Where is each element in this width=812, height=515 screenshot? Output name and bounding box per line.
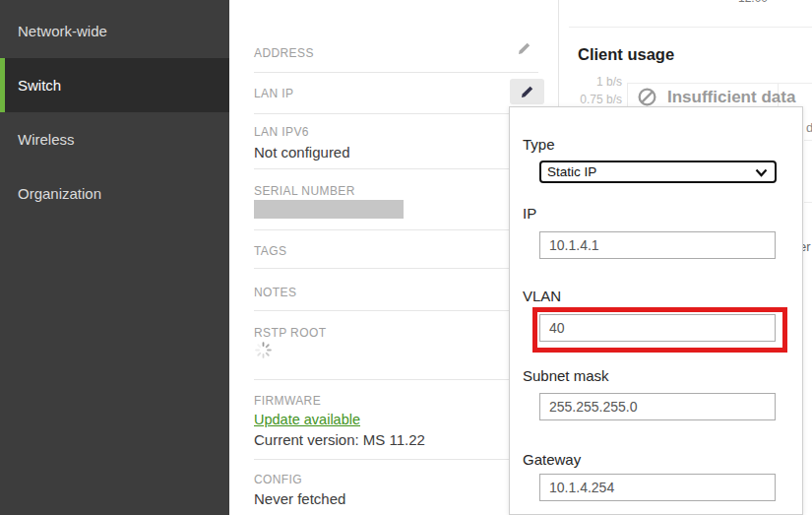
row-divider bbox=[804, 202, 812, 203]
row-divider bbox=[254, 168, 538, 169]
field-label-address: ADDRESS bbox=[254, 46, 314, 60]
sidebar-item-label: Network-wide bbox=[18, 23, 107, 39]
row-divider bbox=[254, 459, 538, 460]
update-available-link[interactable]: Update available bbox=[254, 412, 360, 427]
gateway-input[interactable] bbox=[539, 474, 776, 501]
client-usage-title: Client usage bbox=[578, 45, 674, 64]
config-value: Never fetched bbox=[254, 490, 345, 507]
field-label-tags: TAGS bbox=[254, 244, 286, 258]
edit-lan-ip-button[interactable] bbox=[510, 79, 544, 104]
field-label-firmware: FIRMWARE bbox=[254, 394, 321, 408]
row-divider bbox=[254, 113, 538, 114]
sidebar-item-switch[interactable]: Switch bbox=[0, 58, 229, 112]
meraki-switch-details-page: Network-wide Switch Wireless Organizatio… bbox=[0, 0, 812, 515]
vlan-input[interactable] bbox=[539, 314, 776, 342]
field-label-serial-number: SERIAL NUMBER bbox=[254, 184, 355, 198]
lan-ip-edit-popup: Type Static IP IP VLAN Subnet mask Gatew… bbox=[509, 106, 803, 515]
clipped-text-fragment: d bbox=[806, 120, 812, 135]
sidebar-item-label: Wireless bbox=[18, 131, 75, 148]
ip-label: IP bbox=[523, 205, 536, 222]
type-select[interactable]: Static IP bbox=[539, 161, 777, 183]
field-label-lan-ip: LAN IP bbox=[254, 87, 293, 100]
lan-ipv6-value: Not configured bbox=[254, 144, 350, 161]
sidebar-item-organization[interactable]: Organization bbox=[0, 166, 229, 221]
no-data-icon bbox=[637, 87, 657, 107]
clipped-time-axis-label: 12:00 bbox=[738, 0, 768, 5]
field-label-lan-ipv6: LAN IPV6 bbox=[254, 125, 309, 139]
field-label-config: CONFIG bbox=[254, 473, 302, 486]
insufficient-data-message: Insufficient data bbox=[637, 87, 795, 107]
sidebar-item-wireless[interactable]: Wireless bbox=[0, 112, 229, 166]
row-divider bbox=[254, 379, 538, 380]
type-label: Type bbox=[523, 136, 555, 153]
sidebar-item-network-wide[interactable]: Network-wide bbox=[0, 4, 229, 58]
row-divider bbox=[254, 72, 538, 73]
nav-sidebar: Network-wide Switch Wireless Organizatio… bbox=[0, 0, 229, 515]
vlan-label: VLAN bbox=[523, 288, 561, 304]
gateway-label: Gateway bbox=[523, 451, 581, 468]
row-divider bbox=[254, 229, 538, 230]
pencil-icon bbox=[517, 41, 531, 56]
sidebar-item-label: Switch bbox=[18, 77, 61, 94]
field-label-notes: NOTES bbox=[254, 286, 296, 299]
field-label-rstp-root: RSTP ROOT bbox=[254, 326, 326, 340]
edit-address-button[interactable] bbox=[517, 41, 534, 59]
chevron-down-icon bbox=[755, 168, 768, 177]
section-divider bbox=[569, 27, 812, 28]
row-divider bbox=[254, 268, 538, 269]
row-divider bbox=[804, 140, 812, 141]
spinner-icon bbox=[254, 341, 273, 359]
firmware-current-version: Current version: MS 11.22 bbox=[254, 431, 425, 448]
pencil-icon bbox=[520, 85, 534, 99]
y-axis-tick: 0.75 b/s bbox=[563, 93, 622, 106]
sidebar-item-label: Organization bbox=[18, 185, 101, 202]
ip-input[interactable] bbox=[539, 231, 776, 259]
type-select-value: Static IP bbox=[547, 164, 596, 179]
serial-number-redacted-block bbox=[254, 200, 404, 219]
subnet-mask-label: Subnet mask bbox=[523, 367, 609, 384]
subnet-mask-input[interactable] bbox=[539, 393, 776, 420]
row-divider bbox=[254, 310, 538, 311]
insufficient-data-label: Insufficient data bbox=[667, 88, 795, 107]
y-axis-tick: 1 b/s bbox=[563, 75, 622, 89]
